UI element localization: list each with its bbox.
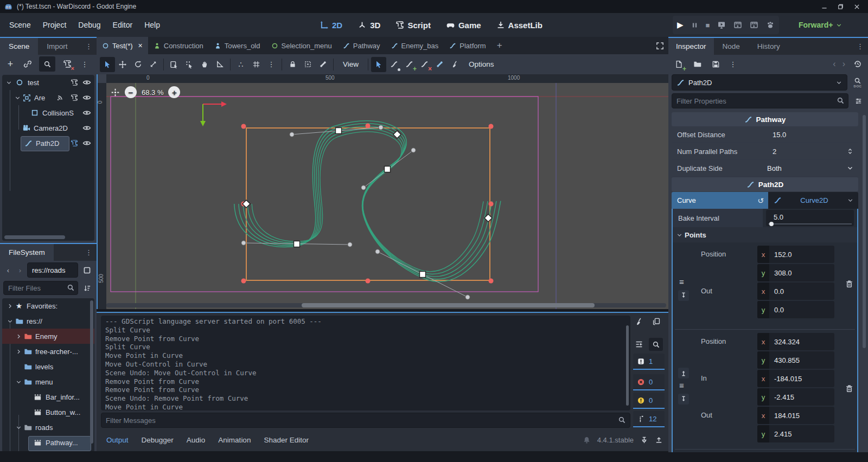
point-1-out-y[interactable]: y2.415 [757, 425, 834, 442]
fs-row-bar-infor[interactable]: Bar_infor... [2, 389, 94, 405]
movie-writer-icon[interactable] [733, 21, 742, 29]
fs-row-favorites[interactable]: ★ Favorites: [2, 298, 94, 313]
new-resource-button[interactable]: + [673, 56, 685, 72]
lock-node-button[interactable] [285, 57, 300, 72]
snap-options-icon[interactable]: ⋮ [264, 57, 279, 72]
script-icon[interactable] [71, 139, 78, 147]
script-icon[interactable] [71, 94, 78, 101]
bottom-tab-audio[interactable]: Audio [180, 436, 212, 444]
rotate-tool-button[interactable] [130, 57, 145, 72]
points-section[interactable]: Points [673, 227, 857, 242]
curve-select-point-button[interactable] [371, 57, 386, 72]
menu-debug[interactable]: Debug [72, 17, 106, 33]
prop-curve[interactable]: Curve ↺ Curve2D [672, 192, 858, 209]
viewport-canvas[interactable]: 0 500 1000 0 500 − 68.3 % + [97, 74, 668, 309]
dock-menu-icon[interactable]: ⋮ [852, 42, 868, 50]
context-game[interactable]: Game [446, 21, 481, 30]
clear-output-icon[interactable] [635, 317, 643, 326]
tree-row-camera2d[interactable]: Camera2D [2, 120, 94, 136]
curve-close-button[interactable] [432, 57, 447, 72]
zoom-in-button[interactable]: + [168, 86, 180, 98]
fs-row-menu[interactable]: menu [2, 374, 94, 389]
center-view-icon[interactable] [111, 88, 120, 97]
filter-messages-input[interactable] [101, 413, 630, 428]
pan-tool-button[interactable] [197, 57, 212, 72]
slider-grabber[interactable] [769, 222, 774, 226]
bake-interval-field[interactable]: 5.0 [766, 210, 854, 226]
canvas-hscroll-thumb[interactable] [302, 303, 595, 307]
fs-row-pathway-selected[interactable]: Pathway... [2, 435, 94, 450]
sort-files-icon[interactable] [80, 280, 93, 296]
context-assetlib[interactable]: AssetLib [496, 21, 542, 30]
filter-errors-badge[interactable]: 0 [633, 374, 665, 390]
bottom-tab-shader-editor[interactable]: Shader Editor [257, 436, 315, 444]
object-history-icon[interactable] [852, 56, 864, 72]
add-node-button[interactable]: + [4, 56, 16, 72]
canvas-hscroll-track[interactable] [106, 303, 666, 307]
inspector-scrollbar[interactable] [863, 115, 866, 348]
visibility-eye-icon[interactable] [82, 78, 91, 87]
instance-scene-button[interactable] [22, 56, 34, 72]
signal-icon[interactable] [56, 94, 64, 101]
context-2d[interactable]: 2D [320, 21, 342, 30]
filter-messages-badge[interactable]: 12 [633, 411, 665, 427]
visibility-eye-icon[interactable] [82, 108, 91, 117]
slider-track[interactable] [768, 223, 852, 224]
bottom-tab-output[interactable]: Output [100, 436, 135, 444]
point-0-pos-y[interactable]: y308.0 [757, 264, 834, 281]
copy-output-icon[interactable] [652, 317, 661, 326]
distraction-free-icon[interactable] [652, 37, 668, 54]
open-docs-icon[interactable]: DOC [851, 75, 865, 90]
script-icon[interactable] [71, 79, 78, 86]
visibility-eye-icon[interactable] [82, 93, 91, 102]
resource-menu-icon[interactable]: ⋮ [728, 56, 738, 72]
stop-button[interactable]: ■ [706, 21, 710, 29]
list-select-button[interactable] [167, 57, 182, 72]
menu-help[interactable]: Help [138, 17, 166, 33]
load-resource-button[interactable] [691, 56, 703, 72]
maximize-button[interactable] [832, 1, 848, 12]
scene-tab-construction[interactable]: Construction [148, 37, 209, 54]
curve-add-point-button[interactable]: + [401, 57, 417, 72]
expand-bottom-panel-icon[interactable] [655, 436, 663, 444]
chevron-down-icon[interactable] [4, 79, 13, 86]
scene-tree-menu-icon[interactable]: ⋮ [79, 56, 90, 72]
stepper-icon[interactable] [846, 147, 854, 155]
scene-tab-selection-menu[interactable]: Selection_menu [266, 37, 337, 54]
curve-resource-button[interactable]: Curve2D [768, 192, 858, 209]
collapse-duplicates-icon[interactable] [635, 340, 643, 349]
play-button[interactable]: ▶ [677, 20, 684, 30]
menu-scene[interactable]: Scene [3, 17, 37, 33]
filter-warnings-badge[interactable]: 0 [633, 393, 665, 409]
move-tool-button[interactable] [115, 57, 130, 72]
current-path[interactable]: res://roads [27, 262, 78, 278]
vertical-scrollbar[interactable] [90, 300, 93, 444]
notification-bell-icon[interactable] [583, 436, 591, 444]
scene-tab-platform[interactable]: Platform [444, 37, 491, 54]
prop-duplicate-side[interactable]: Duplicate Side Both [672, 160, 858, 177]
tab-history[interactable]: History [749, 38, 789, 55]
filter-properties-input[interactable] [672, 93, 848, 108]
history-forward-icon[interactable]: › [843, 59, 845, 69]
section-pathway[interactable]: Pathway [672, 112, 858, 126]
fs-row-roads[interactable]: roads [2, 420, 94, 435]
prop-num-parallel-paths[interactable]: Num Parallel Paths 2 [672, 143, 858, 160]
section-path2d[interactable]: Path2D [672, 177, 858, 191]
menu-editor[interactable]: Editor [107, 17, 139, 33]
prop-bake-interval[interactable]: Bake Interval 5.0 [673, 209, 857, 227]
dock-menu-icon[interactable]: ⋮ [81, 248, 97, 256]
tree-row-collisionshape[interactable]: CollisionS [2, 105, 94, 120]
minimize-button[interactable] [816, 1, 832, 12]
chevron-down-icon[interactable] [5, 318, 14, 325]
scene-tab-pathway[interactable]: Pathway [337, 37, 386, 54]
render-debug-icon[interactable] [766, 21, 775, 29]
tab-import[interactable]: Import [38, 38, 76, 55]
point-1-out-x[interactable]: x184.015 [757, 407, 834, 424]
chevron-right-icon[interactable] [14, 348, 23, 355]
scene-tab-enemy-bas[interactable]: Enemy_bas [386, 37, 444, 54]
pivot-select-button[interactable] [182, 57, 197, 72]
chevron-down-icon[interactable] [14, 378, 23, 386]
point-0-out-x[interactable]: x0.0 [757, 283, 834, 300]
move-down-icon[interactable] [678, 290, 689, 301]
visibility-eye-icon[interactable] [82, 124, 91, 132]
